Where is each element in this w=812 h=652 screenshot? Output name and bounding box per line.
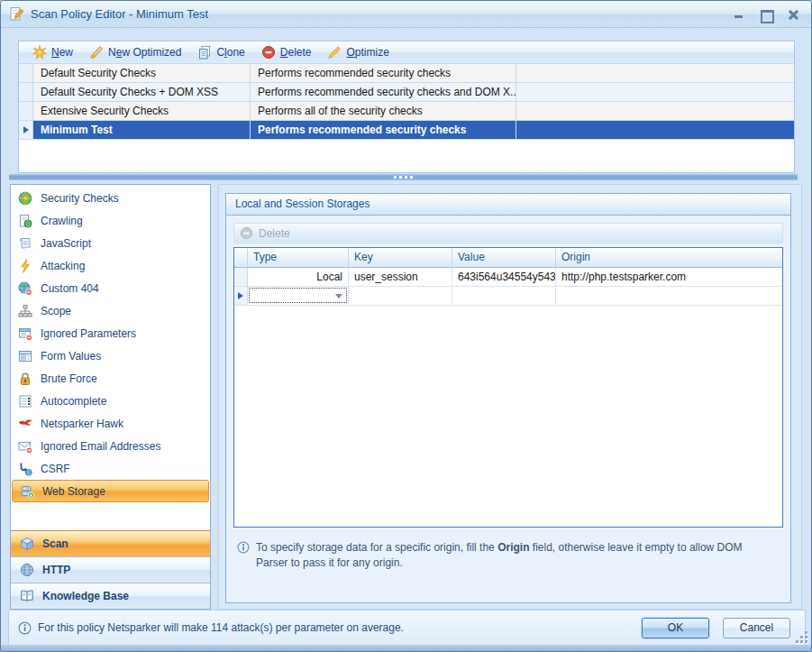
sidebar-sections: Scan HTTP Knowledge B [11, 530, 210, 609]
cell-key[interactable]: user_session [349, 268, 452, 287]
scan-policy-editor-window: Scan Policy Editor - Minimum Test New [0, 0, 812, 652]
storage-new-row[interactable] [234, 287, 782, 306]
settings-sidebar: Security Checks Crawling JavaScript [10, 184, 211, 610]
cell-origin-empty[interactable] [556, 287, 782, 306]
lock-icon [18, 372, 32, 386]
type-combobox[interactable] [249, 288, 347, 303]
cell-key-empty[interactable] [349, 287, 452, 306]
sidebar-item-netsparker-hawk[interactable]: Netsparker Hawk [11, 412, 210, 435]
policy-row[interactable]: Default Security Checks Performs recomme… [19, 64, 794, 83]
sidebar-item-label: Ignored Email Addresses [41, 440, 160, 453]
policy-name: Extensive Security Checks [33, 102, 251, 121]
column-header-value[interactable]: Value [452, 248, 556, 268]
policy-description: Performs all of the security checks [251, 102, 516, 121]
sidebar-item-label: Web Storage [42, 485, 105, 498]
policy-panel: New New Optimized [18, 41, 795, 173]
sidebar-item-csrf[interactable]: CSRF [11, 457, 210, 480]
sitemap-icon [18, 304, 32, 318]
sidebar-item-ignored-email-addresses[interactable]: Ignored Email Addresses [11, 435, 210, 457]
sidebar-item-brute-force[interactable]: Brute Force [11, 367, 210, 390]
new-optimized-button[interactable]: New Optimized [83, 43, 187, 61]
footer-status: For this policy Netsparker will make 114… [18, 621, 635, 635]
sidebar-item-label: CSRF [41, 463, 70, 475]
origin-info-note: To specify storage data for a specific o… [230, 540, 780, 572]
sidebar-item-scope[interactable]: Scope [11, 299, 210, 322]
sidebar-item-autocomplete[interactable]: Autocomplete [11, 390, 210, 412]
horizontal-splitter[interactable] [9, 174, 798, 180]
sidebar-item-label: Form Values [41, 350, 101, 363]
policy-name: Default Security Checks [33, 64, 251, 83]
sidebar-item-custom-404[interactable]: Custom 404 [11, 277, 210, 299]
sidebar-item-label: Custom 404 [41, 282, 99, 295]
grid-header-row: Type Key Value Origin [234, 248, 782, 268]
section-http[interactable]: HTTP [11, 556, 210, 583]
sidebar-item-label: JavaScript [41, 237, 91, 250]
maximize-icon[interactable] [760, 9, 772, 20]
globe-icon [20, 563, 34, 577]
arrow-right-icon [23, 126, 29, 133]
window-frame-bottom [1, 645, 811, 651]
footer-bar: For this policy Netsparker will make 114… [8, 610, 806, 646]
policy-toolbar: New New Optimized [19, 41, 794, 64]
delete-storage-button[interactable]: Delete [259, 227, 290, 240]
policy-row[interactable]: Extensive Security Checks Performs all o… [19, 102, 794, 121]
sidebar-item-label: Brute Force [41, 372, 97, 385]
mail-minus-icon [18, 439, 32, 454]
storage-grid: Type Key Value Origin Local user_session… [233, 247, 783, 528]
sidebar-item-form-values[interactable]: Form Values [11, 344, 210, 367]
cell-type[interactable]: Local [248, 268, 349, 287]
groupbox-title: Local and Session Storages [226, 194, 790, 216]
close-icon[interactable] [787, 9, 799, 20]
sidebar-item-label: Crawling [41, 215, 83, 227]
policy-row-selected[interactable]: Minimum Test Performs recommended securi… [19, 121, 794, 140]
sidebar-item-security-checks[interactable]: Security Checks [11, 187, 210, 209]
sidebar-item-label: Scope [41, 305, 71, 317]
column-header-type[interactable]: Type [248, 248, 349, 268]
sidebar-item-label: Ignored Parameters [41, 327, 136, 340]
globe-minus-icon [18, 281, 32, 296]
arrow-globe-icon [18, 462, 32, 476]
optimize-button[interactable]: Optimize [321, 43, 395, 61]
clone-button[interactable]: Clone [191, 43, 251, 61]
sidebar-item-web-storage[interactable]: Web Storage [12, 480, 209, 502]
local-session-storages-groupbox: Local and Session Storages Delete Type K… [225, 193, 791, 603]
sidebar-item-label: Attacking [41, 260, 85, 272]
wand-star-icon [89, 45, 104, 60]
cancel-button[interactable]: Cancel [723, 618, 790, 638]
new-button[interactable]: New [26, 43, 79, 61]
title-bar: Scan Policy Editor - Minimum Test [1, 1, 811, 28]
sidebar-item-label: Netsparker Hawk [41, 418, 123, 430]
book-icon [20, 589, 34, 603]
sidebar-item-ignored-parameters[interactable]: Ignored Parameters [11, 322, 210, 344]
column-header-origin[interactable]: Origin [556, 248, 782, 268]
sidebar-item-javascript[interactable]: JavaScript [11, 232, 210, 254]
info-text: To specify storage data for a specific o… [256, 540, 772, 572]
new-star-icon [32, 45, 47, 60]
delete-button[interactable]: Delete [255, 43, 318, 61]
minimize-icon[interactable] [733, 9, 745, 20]
policy-description: Performs recommended security checks and… [251, 83, 516, 102]
window-title: Scan Policy Editor - Minimum Test [31, 7, 726, 21]
resize-grip[interactable] [795, 630, 807, 643]
sidebar-item-label: Autocomplete [41, 395, 106, 408]
policy-name: Default Security Checks + DOM XSS [33, 83, 251, 102]
policy-description: Performs recommended security checks [251, 64, 516, 83]
cell-value[interactable]: 643i564u34554y543 [452, 268, 556, 287]
database-icon [20, 484, 34, 499]
section-label: Scan [42, 537, 68, 550]
column-header-key[interactable]: Key [349, 248, 452, 268]
chevron-down-icon [335, 294, 342, 298]
section-scan[interactable]: Scan [11, 530, 210, 556]
ok-button[interactable]: OK [642, 618, 709, 638]
cell-origin[interactable]: http://php.testsparker.com [556, 268, 782, 287]
section-label: HTTP [42, 564, 70, 576]
sidebar-item-attacking[interactable]: Attacking [11, 254, 210, 277]
scroll-icon [18, 236, 32, 251]
storage-row[interactable]: Local user_session 643i564u34554y543 htt… [234, 268, 782, 287]
sidebar-item-crawling[interactable]: Crawling [11, 209, 210, 232]
section-knowledge-base[interactable]: Knowledge Base [11, 583, 210, 609]
policy-row[interactable]: Default Security Checks + DOM XSS Perfor… [19, 83, 794, 102]
cell-value-empty[interactable] [452, 287, 556, 306]
policy-name: Minimum Test [33, 121, 251, 140]
status-text: For this policy Netsparker will make 114… [38, 621, 404, 634]
